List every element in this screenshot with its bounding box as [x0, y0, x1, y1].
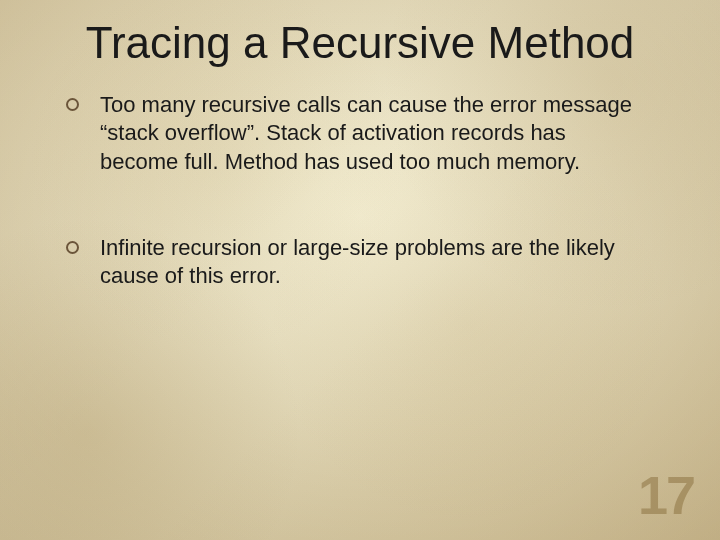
page-number: 17 [638, 464, 694, 526]
list-item: Infinite recursion or large-size problem… [100, 234, 650, 290]
slide: Tracing a Recursive Method Too many recu… [0, 0, 720, 540]
bullet-icon [66, 98, 79, 111]
bullet-icon [66, 241, 79, 254]
list-item: Too many recursive calls can cause the e… [100, 91, 650, 175]
bullet-text: Infinite recursion or large-size problem… [100, 235, 615, 288]
bullet-text: Too many recursive calls can cause the e… [100, 92, 632, 173]
bullet-list: Too many recursive calls can cause the e… [40, 91, 680, 290]
slide-title: Tracing a Recursive Method [40, 18, 680, 67]
